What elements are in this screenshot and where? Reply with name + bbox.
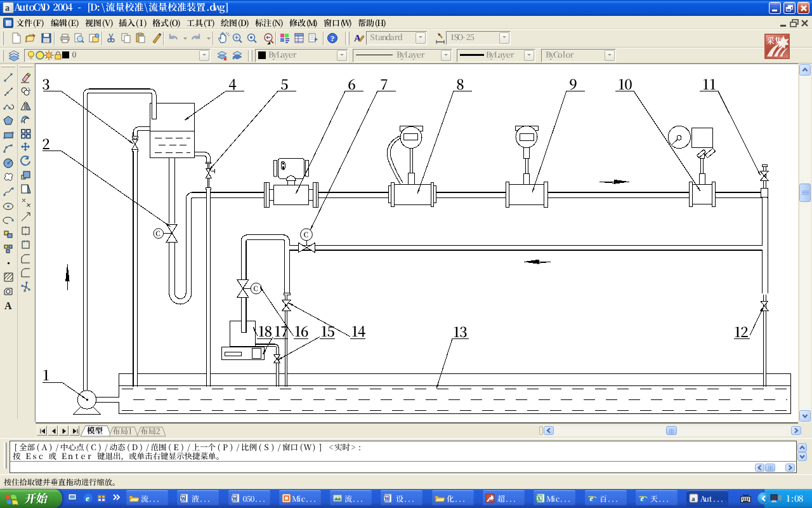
svg-text:W: W — [384, 495, 390, 502]
svg-text:e: e — [590, 494, 594, 503]
svg-text:W: W — [232, 495, 238, 502]
svg-text:a: a — [691, 495, 695, 502]
svg-text:e: e — [641, 494, 645, 503]
svg-text:?: ? — [330, 34, 334, 43]
svg-text:A: A — [4, 300, 12, 311]
svg-text:W: W — [181, 495, 187, 502]
svg-text:e: e — [86, 493, 89, 503]
svg-text:X: X — [537, 495, 542, 502]
